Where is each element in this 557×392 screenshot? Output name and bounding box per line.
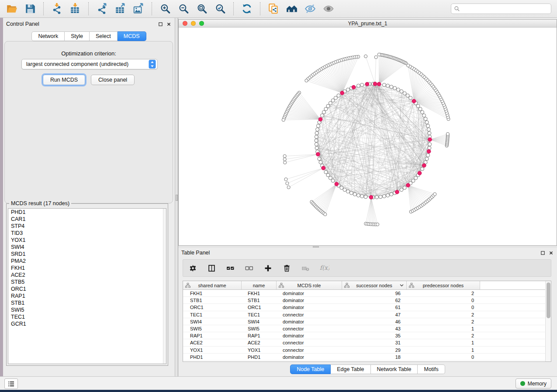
mcds-result-item[interactable]: STP4	[8, 223, 166, 230]
table-row[interactable]: RAP1RAP1dominator352	[183, 332, 545, 339]
tab-network[interactable]: Network	[31, 31, 65, 41]
cell-mcds_role[interactable]: connector	[277, 347, 342, 353]
cell-name[interactable]: YOX1	[242, 347, 277, 353]
network-canvas[interactable]	[179, 28, 557, 245]
export-network-button[interactable]	[93, 1, 111, 17]
cell-successor_nodes[interactable]: 61	[342, 304, 407, 310]
mcds-result-item[interactable]: GCR1	[8, 320, 166, 327]
mcds-result-item[interactable]: SRD1	[8, 251, 166, 258]
mcds-result-item[interactable]: FKH1	[8, 265, 166, 272]
cell-shared_name[interactable]: ORC1	[183, 304, 242, 310]
cell-mcds_role[interactable]: dominator	[277, 297, 342, 303]
cell-successor_nodes[interactable]: 47	[342, 311, 407, 318]
import-table-button[interactable]	[66, 1, 84, 17]
cell-name[interactable]: TEC1	[242, 311, 277, 318]
mcds-result-item[interactable]: RAP1	[8, 292, 166, 299]
table-row[interactable]: ORC1ORC1dominator610	[183, 304, 545, 311]
column-header-shared-name[interactable]: shared name	[183, 281, 242, 289]
cell-shared_name[interactable]: YOX1	[183, 347, 242, 353]
table-row[interactable]: ACE2ACE2connector311	[183, 339, 545, 346]
cell-shared_name[interactable]: PHD1	[183, 354, 242, 360]
cell-shared_name[interactable]: STB1	[183, 297, 242, 303]
cell-successor_nodes[interactable]: 35	[342, 332, 407, 339]
table-row[interactable]: YOX1YOX1connector291	[183, 347, 545, 354]
network-window-titlebar[interactable]: YPA_prune.txt_1	[179, 20, 557, 28]
cell-name[interactable]: PHD1	[242, 354, 277, 360]
mcds-result-item[interactable]: STB1	[8, 299, 166, 306]
vertical-splitter[interactable]	[175, 18, 178, 376]
column-header-successor-nodes[interactable]: successor nodes	[342, 281, 407, 289]
cell-mcds_role[interactable]: dominator	[277, 332, 342, 339]
cell-mcds_role[interactable]: dominator	[277, 290, 342, 296]
table-row[interactable]: SWI4SWI4dominator462	[183, 318, 545, 325]
tab-edge-table[interactable]: Edge Table	[331, 364, 370, 374]
network-graph[interactable]	[179, 28, 557, 245]
cell-successor_nodes[interactable]: 62	[342, 297, 407, 303]
cell-predecessor_nodes[interactable]: 1	[407, 347, 480, 353]
show-all-button[interactable]	[319, 1, 338, 17]
zoom-fit-button[interactable]	[193, 1, 211, 17]
cell-mcds_role[interactable]: connector	[277, 325, 342, 332]
zoom-selected-button[interactable]	[211, 1, 229, 17]
optimization-criterion-select[interactable]: largest connected component (undirected)	[21, 59, 158, 69]
cell-predecessor_nodes[interactable]: 1	[407, 325, 480, 332]
table-row[interactable]: STB1STB1dominator620	[183, 297, 545, 304]
first-neighbors-button[interactable]	[283, 1, 301, 17]
cell-name[interactable]: SWI5	[242, 325, 277, 332]
select-all-button[interactable]	[225, 263, 235, 273]
tab-select[interactable]: Select	[90, 31, 118, 41]
memory-button[interactable]: Memory	[515, 378, 551, 389]
panel-list-button[interactable]	[4, 378, 18, 389]
cell-successor_nodes[interactable]: 43	[342, 325, 407, 332]
mcds-result-item[interactable]: CAR1	[8, 216, 166, 223]
cell-mcds_role[interactable]: dominator	[277, 304, 342, 310]
table-row[interactable]: TEC1TEC1connector472	[183, 311, 545, 318]
close-panel-button[interactable]: Close panel	[91, 75, 135, 85]
cell-shared_name[interactable]: FKH1	[183, 290, 242, 296]
cell-predecessor_nodes[interactable]: 1	[407, 339, 480, 346]
save-button[interactable]	[21, 1, 39, 17]
mcds-result-item[interactable]: TID3	[8, 230, 166, 237]
tab-node-table[interactable]: Node Table	[290, 364, 331, 374]
cell-mcds_role[interactable]: dominator	[277, 354, 342, 360]
mcds-result-item[interactable]: SWI4	[8, 244, 166, 251]
cell-shared_name[interactable]: SWI4	[183, 318, 242, 325]
table-scrollbar[interactable]	[545, 281, 551, 361]
deselect-all-button[interactable]	[244, 263, 254, 273]
columns-button[interactable]	[206, 263, 217, 273]
table-row[interactable]: FKH1FKH1dominator962	[183, 290, 545, 297]
table-row[interactable]: PHD1PHD1dominator180	[183, 354, 545, 361]
cell-shared_name[interactable]: ACE2	[183, 339, 242, 346]
clone-network-button[interactable]	[264, 1, 283, 17]
column-header-MCDS-role[interactable]: MCDS role	[277, 281, 342, 289]
cell-successor_nodes[interactable]: 46	[342, 318, 407, 325]
cell-mcds_role[interactable]: connector	[277, 311, 342, 318]
close-table-panel-icon[interactable]	[549, 251, 554, 255]
cell-successor_nodes[interactable]: 29	[342, 347, 407, 353]
cell-shared_name[interactable]: SWI5	[183, 325, 242, 332]
mcds-result-list[interactable]: PHD1CAR1STP4TID3YOX1SWI4SRD1PMA2FKH1ACE2…	[8, 208, 166, 364]
tab-motifs[interactable]: Motifs	[418, 364, 445, 374]
cell-successor_nodes[interactable]: 31	[342, 339, 407, 346]
float-table-panel-icon[interactable]	[540, 251, 545, 255]
run-mcds-button[interactable]: Run MCDS	[43, 75, 85, 85]
float-panel-icon[interactable]	[158, 22, 163, 27]
mcds-result-item[interactable]: ORC1	[8, 285, 166, 292]
function-button[interactable]: f(x)	[319, 263, 329, 273]
mcds-result-item[interactable]: PHD1	[8, 209, 166, 216]
cell-name[interactable]: STB1	[242, 297, 277, 303]
cell-predecessor_nodes[interactable]: 2	[407, 290, 480, 296]
cell-name[interactable]: ACE2	[242, 339, 277, 346]
import-network-button[interactable]	[48, 1, 66, 17]
export-table-button[interactable]	[111, 1, 129, 17]
mcds-result-item[interactable]: PMA2	[8, 258, 166, 265]
tab-network-table[interactable]: Network Table	[371, 364, 418, 374]
zoom-out-button[interactable]	[174, 1, 193, 17]
mcds-result-item[interactable]: YOX1	[8, 237, 166, 244]
cell-shared_name[interactable]: RAP1	[183, 332, 242, 339]
close-panel-icon[interactable]	[166, 22, 171, 27]
hide-selected-button[interactable]	[301, 1, 319, 17]
vertical-splitter-grip[interactable]	[176, 195, 178, 201]
cell-shared_name[interactable]: TEC1	[183, 311, 242, 318]
mcds-result-item[interactable]: SWI5	[8, 306, 166, 313]
